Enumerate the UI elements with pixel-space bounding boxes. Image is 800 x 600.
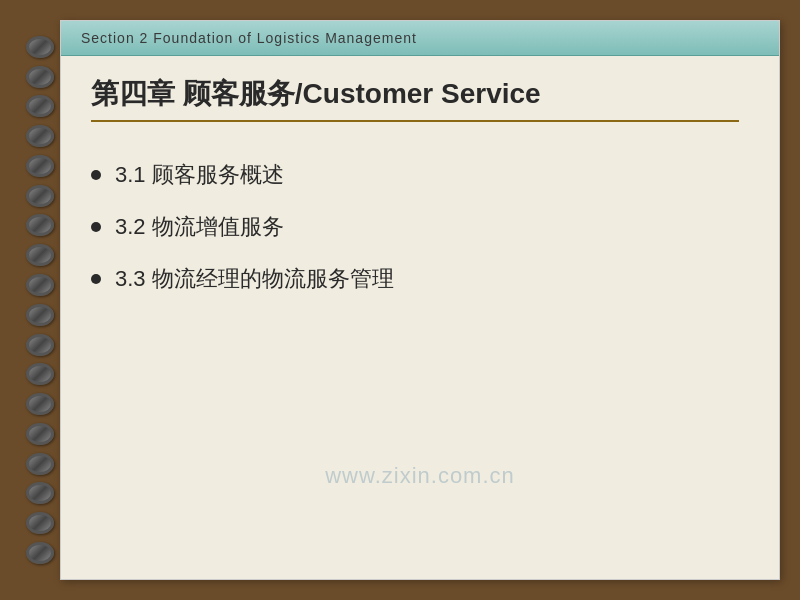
bullet-item: 3.3 物流经理的物流服务管理 <box>91 264 739 294</box>
bullet-text-3: 3.3 物流经理的物流服务管理 <box>115 264 394 294</box>
spiral-coil <box>26 393 54 415</box>
spiral-coil <box>26 214 54 236</box>
spiral-coil <box>26 542 54 564</box>
spiral-coil <box>26 334 54 356</box>
spiral-coil <box>26 36 54 58</box>
page-bottom <box>61 549 779 579</box>
spiral-coil <box>26 185 54 207</box>
spiral-coil <box>26 244 54 266</box>
bullet-dot <box>91 222 101 232</box>
spiral-coil <box>26 512 54 534</box>
slide-page: Section 2 Foundation of Logistics Manage… <box>60 20 780 580</box>
bullet-dot <box>91 274 101 284</box>
slide-content: 第四章 顾客服务/Customer Service 3.1 顾客服务概述3.2 … <box>61 56 779 549</box>
spiral-coil <box>26 66 54 88</box>
spiral-coil <box>26 363 54 385</box>
bullet-text-2: 3.2 物流增值服务 <box>115 212 284 242</box>
bullet-text-1: 3.1 顾客服务概述 <box>115 160 284 190</box>
bullet-item: 3.1 顾客服务概述 <box>91 160 739 190</box>
watermark: www.zixin.com.cn <box>325 463 515 489</box>
bullet-list: 3.1 顾客服务概述3.2 物流增值服务3.3 物流经理的物流服务管理 <box>91 160 739 294</box>
spiral-binding <box>20 20 60 580</box>
notebook-container: Section 2 Foundation of Logistics Manage… <box>20 20 780 580</box>
header-text: Section 2 Foundation of Logistics Manage… <box>81 30 417 46</box>
spiral-coil <box>26 95 54 117</box>
spiral-coil <box>26 304 54 326</box>
spiral-coil <box>26 274 54 296</box>
bullet-item: 3.2 物流增值服务 <box>91 212 739 242</box>
spiral-coil <box>26 125 54 147</box>
header-bar: Section 2 Foundation of Logistics Manage… <box>61 21 779 56</box>
spiral-coil <box>26 423 54 445</box>
spiral-coil <box>26 155 54 177</box>
bullet-dot <box>91 170 101 180</box>
spiral-coil <box>26 482 54 504</box>
chapter-title: 第四章 顾客服务/Customer Service <box>91 76 739 122</box>
spiral-coil <box>26 453 54 475</box>
